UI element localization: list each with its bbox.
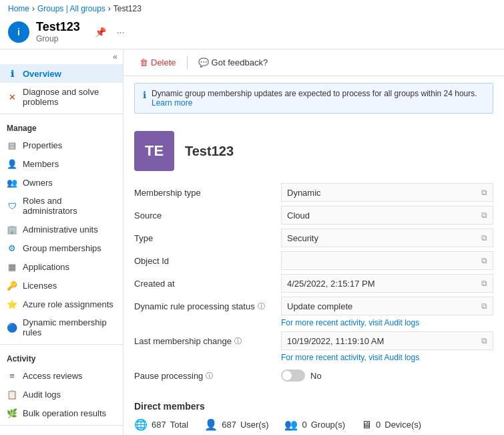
pin-button[interactable]: 📌 [92, 25, 109, 39]
groups-icon: 👥 [284, 418, 298, 431]
audit-icon: 📋 [7, 389, 17, 400]
sidebar-item-members[interactable]: 👤 Members [0, 154, 123, 173]
sidebar-label-group-memberships: Group memberships [23, 243, 101, 253]
access-reviews-icon: ≡ [7, 370, 17, 381]
bulk-op-icon: 🌿 [7, 408, 17, 418]
dynamic-rule-info-icon: ⓘ [258, 301, 265, 311]
properties-icon: ▤ [7, 140, 17, 150]
sidebar-section-activity: Activity [0, 347, 123, 366]
sidebar-item-access-reviews[interactable]: ≡ Access reviews [0, 366, 123, 385]
prop-value-dynamic-rule: Update complete ⧉ [281, 297, 493, 315]
toolbar-separator [187, 56, 188, 69]
sidebar-item-licenses[interactable]: 🔑 Licenses [0, 276, 123, 295]
copy-membership-type[interactable]: ⧉ [481, 188, 487, 197]
group-memberships-icon: ⚙ [7, 243, 17, 253]
last-membership-audit-link[interactable]: Audit logs [384, 353, 419, 362]
users-label: User(s) [240, 420, 269, 430]
sidebar-label-admin-units: Administrative units [23, 225, 98, 235]
last-membership-info-icon: ⓘ [234, 336, 242, 346]
dynamic-icon: 🔵 [7, 322, 17, 333]
total-value: 687 [152, 420, 166, 430]
dynamic-rule-audit-link[interactable]: Audit logs [384, 318, 419, 327]
collapse-button[interactable]: « [113, 52, 117, 61]
sidebar-item-audit-logs[interactable]: 📋 Audit logs [0, 385, 123, 404]
direct-members-title: Direct members [134, 401, 493, 412]
sidebar-item-group-memberships[interactable]: ⚙ Group memberships [0, 239, 123, 257]
sidebar-label-roles: Roles and administrators [23, 196, 116, 216]
direct-members-section: Direct members 🌐 687 Total 👤 687 User(s)… [123, 393, 504, 435]
total-label: Total [170, 420, 188, 430]
devices-label: Device(s) [385, 420, 421, 430]
sidebar-item-owners[interactable]: 👥 Owners [0, 173, 123, 192]
breadcrumb-home[interactable]: Home [8, 4, 29, 13]
copy-object-id[interactable]: ⧉ [481, 256, 487, 265]
prop-value-type: Security ⧉ [281, 229, 493, 247]
sidebar-label-applications: Applications [23, 262, 69, 272]
copy-created-at[interactable]: ⧉ [481, 279, 487, 288]
sidebar-label-properties: Properties [23, 140, 62, 150]
sidebar-item-overview[interactable]: ℹ Overview [0, 64, 123, 83]
diagnose-icon: ✕ [7, 92, 17, 102]
overview-icon: ℹ [7, 68, 17, 79]
prop-value-created-at: 4/25/2022, 2:15:17 PM ⧉ [281, 274, 493, 293]
pause-processing-value: No [310, 371, 322, 381]
sidebar-item-diagnose[interactable]: ✕ Diagnose and solve problems [0, 83, 123, 111]
prop-row-membership-type: Membership type Dynamic ⧉ [134, 182, 493, 203]
stat-users: 👤 687 User(s) [204, 418, 268, 431]
breadcrumb: Home › Groups | All groups › Test123 [0, 0, 504, 17]
prop-label-last-membership: Last membership change ⓘ [134, 336, 281, 346]
more-button[interactable]: ··· [114, 25, 128, 39]
members-icon: 👤 [7, 158, 17, 169]
feedback-button[interactable]: 💬 Got feedback? [193, 55, 274, 70]
sidebar-divider-2 [0, 344, 123, 345]
banner-icon: ℹ [143, 90, 146, 100]
banner-learn-more-link[interactable]: Learn more [152, 98, 192, 108]
sidebar-section-troubleshoot: Troubleshooting + Support [0, 428, 123, 435]
last-membership-subtext: For more recent activity, visit Audit lo… [134, 353, 493, 362]
breadcrumb-groups[interactable]: Groups | All groups [37, 4, 105, 13]
prop-label-source: Source [134, 210, 281, 221]
devices-icon: 🖥 [361, 419, 372, 431]
group-avatar-initials: TE [145, 142, 164, 160]
delete-label: Delete [151, 57, 176, 67]
header-icon-letter: i [17, 27, 20, 37]
breadcrumb-sep2: › [108, 4, 111, 13]
sidebar-divider-3 [0, 425, 123, 426]
copy-type[interactable]: ⧉ [481, 233, 487, 243]
sidebar-label-audit-logs: Audit logs [23, 390, 61, 400]
sidebar-label-azure-role: Azure role assignments [23, 299, 113, 309]
sidebar-collapse[interactable]: « [0, 49, 123, 64]
header-title-group: Test123 Group [36, 20, 80, 43]
stat-devices: 🖥 0 Device(s) [361, 419, 421, 431]
copy-last-membership[interactable]: ⧉ [481, 336, 487, 345]
sidebar-item-roles[interactable]: 🛡 Roles and administrators [0, 192, 123, 220]
sidebar-label-bulk-op: Bulk operation results [23, 408, 106, 418]
prop-row-pause-processing: Pause processing ⓘ No [134, 365, 493, 386]
licenses-icon: 🔑 [7, 280, 17, 291]
page-subtitle: Group [36, 34, 80, 43]
sidebar-item-applications[interactable]: ▦ Applications [0, 257, 123, 276]
sidebar-item-bulk-op[interactable]: 🌿 Bulk operation results [0, 404, 123, 422]
sidebar-item-azure-role[interactable]: ⭐ Azure role assignments [0, 295, 123, 313]
pause-processing-info-icon: ⓘ [206, 371, 213, 381]
copy-source[interactable]: ⧉ [481, 210, 487, 220]
pause-processing-toggle[interactable] [281, 370, 305, 382]
groups-value: 0 [302, 420, 306, 430]
delete-button[interactable]: 🗑 Delete [134, 55, 182, 70]
sidebar-divider-1 [0, 114, 123, 114]
group-overview-header: TE Test123 [123, 120, 504, 176]
sidebar-item-admin-units[interactable]: 🏢 Administrative units [0, 220, 123, 239]
users-icon: 👤 [204, 418, 218, 431]
sidebar-item-dynamic[interactable]: 🔵 Dynamic membership rules [0, 313, 123, 341]
toggle-knob [282, 371, 292, 380]
copy-dynamic-rule[interactable]: ⧉ [481, 301, 487, 311]
feedback-label: Got feedback? [212, 57, 268, 67]
prop-row-type: Type Security ⧉ [134, 227, 493, 249]
prop-row-created-at: Created at 4/25/2022, 2:15:17 PM ⧉ [134, 273, 493, 294]
sidebar-label-members: Members [23, 159, 59, 169]
pause-processing-toggle-container: No [281, 370, 322, 382]
sidebar-item-properties[interactable]: ▤ Properties [0, 136, 123, 154]
sidebar-label-overview: Overview [23, 69, 61, 79]
prop-value-source: Cloud ⧉ [281, 206, 493, 225]
properties-table: Membership type Dynamic ⧉ Source Cloud ⧉… [123, 176, 504, 393]
